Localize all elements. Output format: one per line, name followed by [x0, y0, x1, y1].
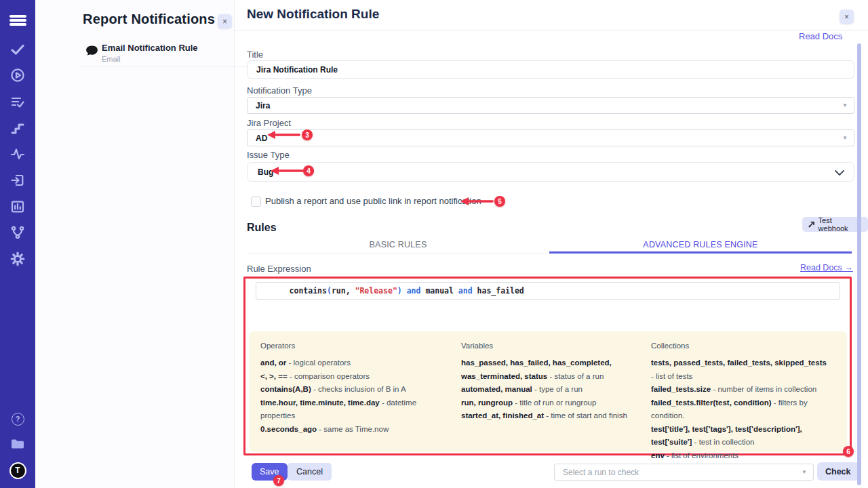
report-notifications-panel: Report Notifications × Email Notificatio… [35, 0, 235, 488]
select-caret-icon: ▼ [842, 135, 848, 141]
rule-expression-editor[interactable]: contains(run, "Release") and manual and … [256, 282, 840, 300]
select-caret-icon: ▼ [842, 102, 848, 108]
dialog-close-button[interactable]: × [840, 9, 854, 24]
help-item: time.hour, time.minute, time.day - datet… [260, 396, 453, 423]
list-item-subtitle: Email [102, 55, 121, 63]
annotation-badge-3: 3 [302, 129, 313, 140]
annotation-arrow-5 [460, 197, 494, 206]
code-token: "Release" [355, 286, 397, 296]
expression-help-panel: Operators and, or - logical operators <,… [249, 331, 847, 452]
help-item: env - list of environments [651, 449, 827, 463]
notification-type-select[interactable]: Jira ▼ [247, 97, 854, 114]
activity-icon[interactable] [0, 146, 35, 162]
jira-project-label: Jira Project [247, 118, 291, 128]
annotation-badge-7: 7 [273, 475, 284, 486]
close-icon: × [844, 13, 849, 21]
settings-gear-icon[interactable] [0, 251, 35, 267]
app-root: ? T Report Notifications × Email Notific… [0, 0, 868, 488]
read-docs-link[interactable]: Read Docs → [800, 263, 853, 272]
rule-expression-label: Rule Expression [247, 264, 311, 274]
menu-icon[interactable] [0, 12, 35, 29]
help-item: 0.seconds_ago - same as Time.now [260, 423, 453, 436]
help-item: and, or - logical operators [260, 357, 453, 370]
read-docs-link-top[interactable]: Read Docs [799, 30, 846, 40]
annotation-badge-5: 5 [494, 196, 505, 207]
help-column-operators: Operators and, or - logical operators <,… [260, 342, 461, 452]
webhook-icon [808, 221, 815, 228]
publish-checkbox[interactable] [251, 197, 261, 207]
code-token: ) [397, 286, 402, 296]
sign-in-icon[interactable] [0, 172, 35, 188]
tab-advanced-rules-engine[interactable]: ADVANCED RULES ENGINE [549, 236, 852, 253]
code-token: manual [425, 286, 454, 296]
help-item: automated, manual - type of a run [461, 383, 643, 396]
code-token: contains [290, 286, 327, 296]
help-item: failed_tests.size - number of items in c… [651, 383, 827, 396]
notification-list-item[interactable]: Email Notification Rule Email [79, 39, 266, 67]
close-icon: × [222, 18, 227, 26]
play-circle-icon[interactable] [0, 67, 35, 83]
annotation-arrow-3 [267, 130, 301, 140]
help-item: <, >, == - comparison operators [260, 370, 453, 384]
jira-project-select[interactable]: AD ▼ [247, 129, 854, 146]
help-item: failed_tests.filter(test, condition) - f… [651, 396, 827, 423]
check-icon[interactable] [0, 41, 35, 58]
projects-folder-icon[interactable] [0, 436, 35, 452]
app-logo[interactable]: T [0, 462, 35, 479]
bar-chart-icon[interactable] [0, 199, 35, 215]
rules-heading: Rules [247, 222, 277, 234]
help-column-header: Variables [461, 342, 643, 350]
help-item: tests, passed_tests, failed_tests, skipp… [651, 357, 827, 383]
page-title: New Notification Rule [247, 7, 379, 22]
panel-title: Report Notifications [83, 12, 215, 27]
issue-type-select[interactable]: Bug [247, 162, 854, 182]
annotation-badge-6: 6 [843, 446, 854, 457]
list-item-title: Email Notification Rule [102, 43, 198, 53]
scrollbar-thumb[interactable] [857, 43, 861, 485]
logo-letter: T [9, 462, 26, 479]
code-token: and [402, 286, 426, 296]
help-column-header: Collections [651, 342, 827, 350]
help-item: started_at, finished_at - time of start … [461, 409, 643, 423]
run-select[interactable]: Select a run to check ▼ [554, 464, 814, 481]
issue-type-label: Issue Type [247, 150, 290, 160]
cancel-button[interactable]: Cancel [288, 463, 332, 481]
help-column-collections: Collections tests, passed_tests, failed_… [651, 342, 835, 452]
help-item: has_passed, has_failed, has_completed, w… [461, 357, 643, 383]
notification-type-label: Notification Type [247, 85, 312, 96]
steps-icon[interactable] [0, 120, 35, 136]
annotation-arrow-4 [271, 166, 304, 176]
help-column-variables: Variables has_passed, has_failed, has_co… [461, 342, 651, 452]
title-input[interactable]: Jira Notification Rule [247, 60, 854, 79]
publish-checkbox-label: Publish a report and use public link in … [265, 196, 481, 206]
help-icon[interactable]: ? [0, 411, 35, 427]
check-button[interactable]: Check [817, 462, 859, 481]
branch-icon[interactable] [0, 224, 35, 241]
title-label: Title [247, 49, 263, 60]
code-token: ( [327, 286, 332, 296]
tab-basic-rules[interactable]: BASIC RULES [247, 236, 549, 253]
panel-close-button[interactable]: × [218, 14, 232, 28]
sidebar: ? T [0, 0, 35, 488]
code-token: has_failed [477, 286, 524, 296]
help-item: run, rungroup - title of run or rungroup [461, 396, 643, 410]
help-item: test['title'], test['tags'], test['descr… [651, 423, 827, 449]
annotation-badge-4: 4 [303, 165, 314, 176]
chat-bubble-icon [85, 45, 98, 58]
tasks-icon[interactable] [0, 94, 35, 110]
help-column-header: Operators [260, 342, 453, 350]
chevron-down-icon [835, 170, 844, 176]
code-token: and [454, 286, 477, 296]
help-item: contains(A,B) - checks inclusion of B in… [260, 383, 453, 396]
code-token: run, [332, 286, 355, 296]
rules-tabs: BASIC RULES ADVANCED RULES ENGINE [247, 236, 852, 254]
select-caret-icon: ▼ [802, 469, 807, 475]
